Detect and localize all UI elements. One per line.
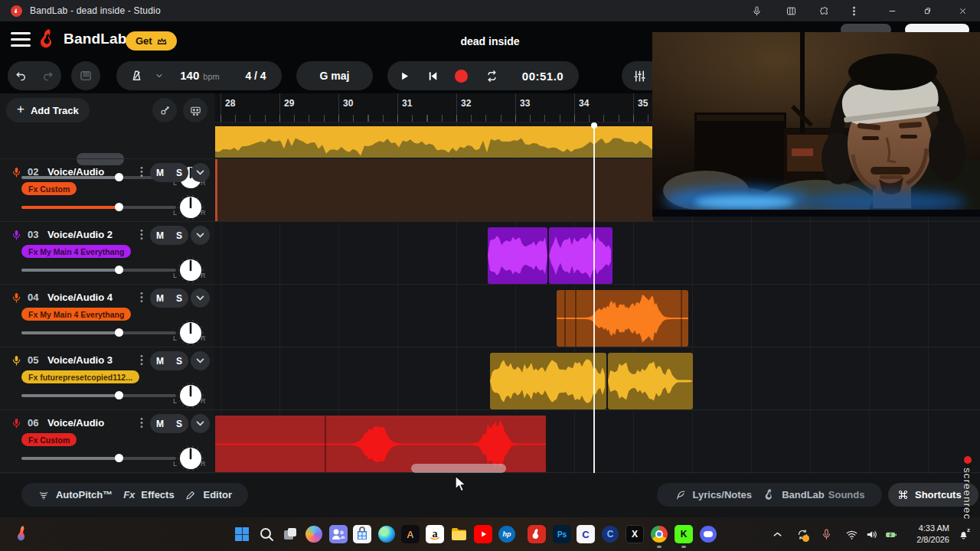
record-button[interactable] (446, 70, 476, 83)
bpm-value[interactable]: 140bpm (167, 69, 233, 83)
horizontal-scrollbar[interactable] (411, 464, 506, 473)
track-header-01-partial[interactable]: L R (0, 127, 214, 158)
track-collapse-button[interactable] (191, 289, 210, 308)
flame-pinned-icon[interactable] (14, 525, 32, 543)
track-collapse-button[interactable] (191, 226, 210, 245)
mute-button[interactable]: M (156, 168, 164, 178)
loop-icon[interactable] (476, 69, 507, 83)
piano-roll-button[interactable] (71, 61, 100, 90)
track-header-02[interactable]: 02 Voice/Audio M S Fx Custom L R (0, 158, 214, 221)
mute-button[interactable]: M (156, 356, 164, 367)
system-clock[interactable]: 4:33 AM 2/8/2026 (894, 523, 949, 546)
start-button[interactable] (233, 525, 251, 543)
mute-button[interactable]: M (156, 419, 164, 429)
metronome-icon[interactable] (121, 69, 152, 83)
solo-button[interactable]: S (176, 293, 182, 304)
lyrics-notes-button[interactable]: Lyrics/Notes (675, 489, 753, 501)
pan-knob[interactable] (178, 445, 204, 471)
effects-button[interactable]: Fx Effects (123, 489, 175, 500)
track-menu-icon[interactable] (138, 292, 145, 303)
minimize-button[interactable] (880, 3, 903, 18)
track-header-06[interactable]: 06 Voice/Audio M S Fx Custom L R (0, 409, 214, 472)
amazon-icon[interactable]: a (426, 525, 444, 543)
microsoft-store-icon[interactable] (353, 525, 371, 543)
track-menu-icon[interactable] (138, 417, 145, 429)
photo-app-icon[interactable]: A (401, 525, 420, 543)
redo-button[interactable] (34, 69, 61, 83)
mute-button[interactable]: M (156, 230, 164, 241)
pan-knob[interactable] (178, 257, 204, 283)
search-icon[interactable] (257, 525, 276, 543)
volume-slider[interactable] (21, 457, 176, 460)
playhead[interactable] (593, 122, 595, 473)
pan-knob[interactable] (178, 320, 204, 346)
volume-icon[interactable] (862, 525, 880, 543)
titlebar-mic-icon[interactable] (745, 3, 768, 18)
fx-preset-pill[interactable]: Fx My Main 4 Everythang (21, 308, 131, 321)
track-menu-icon[interactable] (138, 354, 145, 366)
pan-knob[interactable] (178, 194, 204, 220)
close-button[interactable] (951, 3, 974, 18)
edge-icon[interactable] (377, 525, 396, 543)
titlebar-panels-icon[interactable] (779, 3, 802, 18)
extensions-icon[interactable] (812, 3, 835, 18)
capcut-icon[interactable]: C (577, 525, 595, 543)
volume-slider[interactable] (21, 394, 176, 397)
time-signature[interactable]: 4 / 4 (233, 70, 279, 82)
track-menu-icon[interactable] (138, 229, 145, 240)
browser-menu-icon[interactable] (842, 3, 865, 18)
teams-icon[interactable] (329, 525, 348, 543)
fx-preset-pill[interactable]: Fx Custom (21, 433, 77, 446)
patch-cable-icon[interactable] (152, 98, 177, 122)
fx-preset-pill[interactable]: Fx Custom (21, 182, 77, 195)
x-app-icon[interactable]: X (626, 525, 644, 543)
track-collapse-button[interactable] (191, 414, 210, 433)
track-collapse-button[interactable] (191, 351, 210, 370)
time-display[interactable]: 00:51.0 (507, 70, 579, 83)
solo-button[interactable]: S (176, 356, 182, 367)
copilot-icon[interactable] (305, 525, 323, 543)
solo-button[interactable]: S (176, 419, 182, 429)
mute-button[interactable]: M (156, 293, 164, 304)
add-track-button[interactable]: +Add Track (6, 98, 90, 122)
track-header-03[interactable]: 03 Voice/Audio 2 M S Fx My Main 4 Everyt… (0, 221, 214, 284)
file-explorer-icon[interactable] (449, 525, 468, 543)
bar-number: 28 (225, 98, 235, 109)
solo-button[interactable]: S (176, 168, 182, 178)
fit-clips-icon[interactable] (183, 98, 207, 122)
metronome-chevron-icon[interactable] (152, 71, 167, 80)
sync-tray-icon[interactable] (793, 525, 812, 543)
youtube-icon[interactable] (474, 525, 492, 543)
key-button[interactable]: G maj (296, 61, 373, 90)
bandlab-sounds-button[interactable]: BandLabSounds (765, 489, 864, 500)
pan-knob[interactable] (178, 383, 204, 409)
notification-bell-icon[interactable]: z (954, 525, 972, 543)
track-header-05[interactable]: 05 Voice/Audio 3 M S Fx futurepresetcopi… (0, 347, 214, 409)
fx-preset-pill[interactable]: Fx My Main 4 Everythang (21, 245, 131, 258)
c-app-icon[interactable]: C (601, 525, 619, 543)
undo-button[interactable] (8, 69, 34, 83)
solo-button[interactable]: S (176, 230, 182, 241)
wifi-icon[interactable] (842, 525, 861, 543)
volume-slider[interactable] (21, 206, 176, 209)
volume-slider[interactable] (21, 331, 176, 334)
fx-preset-pill[interactable]: Fx futurepresetcopied112... (21, 370, 139, 383)
hp-icon[interactable]: hp (498, 525, 516, 543)
photoshop-icon[interactable]: Ps (553, 525, 571, 543)
chrome-icon[interactable] (650, 525, 668, 543)
discord-icon[interactable] (699, 525, 717, 543)
autopitch-button[interactable]: AutoPitch™ (38, 489, 113, 501)
track-header-04[interactable]: 04 Voice/Audio 4 M S Fx My Main 4 Everyt… (0, 284, 214, 347)
kick-icon[interactable]: K (675, 525, 693, 543)
bandlab-app-icon[interactable] (528, 525, 546, 543)
track-collapse-button[interactable] (191, 163, 210, 182)
skip-to-start-button[interactable] (420, 69, 446, 83)
task-view-icon[interactable] (281, 525, 299, 543)
tray-overflow-chevron[interactable] (769, 525, 786, 543)
microphone-tray-icon[interactable] (818, 525, 835, 543)
restore-button[interactable] (916, 3, 939, 18)
volume-slider[interactable] (21, 269, 176, 272)
play-button[interactable] (387, 69, 420, 83)
editor-button[interactable]: Editor (185, 489, 232, 501)
track-menu-icon[interactable] (138, 166, 145, 178)
